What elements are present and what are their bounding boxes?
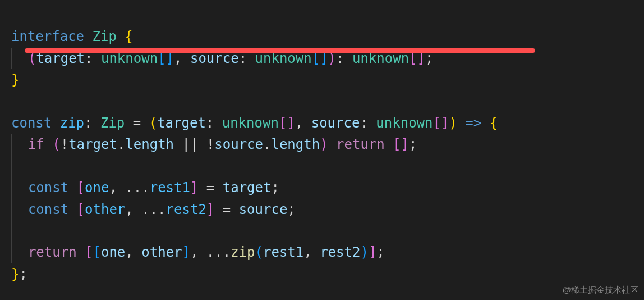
code-line: } xyxy=(11,72,19,88)
brackets: [] xyxy=(279,115,295,131)
colon: : xyxy=(206,115,214,131)
var-other: other xyxy=(85,202,125,217)
prop-length: length xyxy=(125,137,174,152)
brackets: [] xyxy=(433,115,449,131)
prop-length: length xyxy=(271,137,320,152)
equals: = xyxy=(214,202,238,217)
bracket-open: [ xyxy=(93,244,101,260)
paren-close: ) xyxy=(320,137,328,152)
paren-close: ) xyxy=(449,115,457,131)
spread: ... xyxy=(125,180,149,196)
bracket-close: ] xyxy=(182,244,190,260)
semicolon: ; xyxy=(287,202,295,217)
brace-open: { xyxy=(490,115,498,131)
semicolon: ; xyxy=(271,180,279,196)
code-line: interface Zip { xyxy=(11,29,133,44)
var-source: source xyxy=(239,202,288,217)
keyword-return: return xyxy=(28,244,77,260)
var-rest2: rest2 xyxy=(320,244,360,260)
equals: = xyxy=(198,180,222,196)
bracket-open: [ xyxy=(77,180,85,196)
param-source: source xyxy=(311,115,360,131)
brace-close: } xyxy=(11,266,19,282)
comma: , xyxy=(295,115,311,131)
var-rest1: rest1 xyxy=(150,180,190,196)
keyword-const: const xyxy=(28,180,68,196)
keyword-interface: interface xyxy=(11,29,84,44)
comma: , xyxy=(125,244,141,260)
code-line-blank xyxy=(11,223,20,239)
highlight-underline xyxy=(25,48,535,53)
comma: , xyxy=(303,244,320,260)
comma: , xyxy=(125,202,141,217)
watermark-text: @稀土掘金技术社区 xyxy=(563,283,638,297)
spread: ... xyxy=(206,244,231,260)
semicolon: ; xyxy=(19,266,27,282)
var-source: source xyxy=(214,137,263,152)
bracket-open: [ xyxy=(77,202,85,217)
arrow: => xyxy=(457,115,490,131)
type-unknown: unknown xyxy=(376,115,433,131)
dot: . xyxy=(117,137,125,152)
paren-open: ( xyxy=(255,244,263,260)
not: ! xyxy=(61,137,68,152)
code-line: const [other, ...rest2] = source; xyxy=(11,202,296,217)
var-one: one xyxy=(101,244,125,260)
not: ! xyxy=(206,137,214,152)
code-line: const [one, ...rest1] = target; xyxy=(11,180,279,196)
or: || xyxy=(174,137,206,152)
brackets: [] xyxy=(393,137,409,152)
keyword-const: const xyxy=(28,202,68,217)
code-line: }; xyxy=(11,266,27,282)
paren-open: ( xyxy=(52,137,60,152)
bracket-open: [ xyxy=(85,244,93,260)
var-rest2: rest2 xyxy=(166,202,206,217)
paren-close: ) xyxy=(360,244,368,260)
var-zip: zip xyxy=(60,115,84,131)
bracket-close: ] xyxy=(369,244,376,260)
equals: = xyxy=(125,115,149,131)
code-line-blank xyxy=(11,94,19,110)
code-line: if (!target.length || !source.length) re… xyxy=(11,137,417,152)
brace-close: } xyxy=(11,72,19,88)
type-zip: Zip xyxy=(93,29,117,44)
keyword-return: return xyxy=(336,137,385,152)
spread: ... xyxy=(141,202,165,217)
comma: , xyxy=(190,244,206,260)
bracket-close: ] xyxy=(206,202,214,217)
type-unknown: unknown xyxy=(222,115,279,131)
var-other: other xyxy=(141,244,182,260)
code-editor: interface Zip { (target: unknown[], sour… xyxy=(0,0,644,289)
var-one: one xyxy=(85,180,109,196)
param-target: target xyxy=(157,115,206,131)
keyword-const: const xyxy=(11,115,52,131)
semicolon: ; xyxy=(409,137,417,152)
var-rest1: rest1 xyxy=(263,244,303,260)
comma: , xyxy=(109,180,125,196)
code-line: const zip: Zip = (target: unknown[], sou… xyxy=(11,115,498,131)
brace-open: { xyxy=(125,29,132,44)
bracket-close: ] xyxy=(190,180,198,196)
func-zip: zip xyxy=(231,244,255,260)
keyword-if: if xyxy=(28,137,44,152)
semicolon: ; xyxy=(376,244,384,260)
var-target: target xyxy=(68,137,117,152)
code-line: return [[one, other], ...zip(rest1, rest… xyxy=(11,244,385,260)
colon: : xyxy=(360,115,367,131)
dot: . xyxy=(263,137,271,152)
colon: : xyxy=(84,115,92,131)
paren-open: ( xyxy=(149,115,157,131)
var-target: target xyxy=(223,180,272,196)
code-line-blank xyxy=(11,158,20,174)
type-zip: Zip xyxy=(100,115,125,131)
